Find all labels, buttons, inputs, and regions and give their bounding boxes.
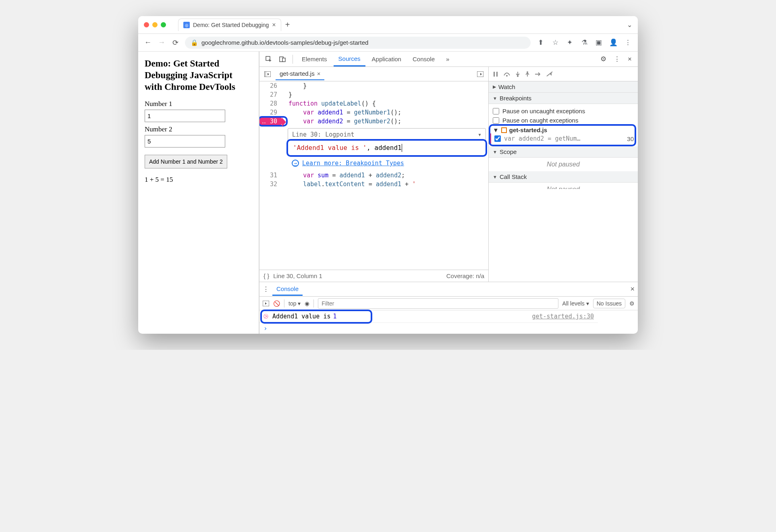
console-message-source[interactable]: get-started.js:30 (532, 313, 594, 320)
learn-more-text: Learn more: Breakpoint Types (302, 160, 404, 167)
gutter[interactable]: 26 (259, 82, 282, 89)
callstack-section[interactable]: ▼Call Stack (489, 171, 638, 183)
gutter[interactable]: 31 (259, 172, 282, 179)
code-area[interactable]: 26 } 27} 28function updateLabel() { 29 v… (259, 81, 488, 270)
bp-line-label: Line 30: (292, 131, 321, 138)
add-button[interactable]: Add Number 1 and Number 2 (145, 155, 227, 168)
number2-input[interactable] (145, 135, 225, 148)
reload-button[interactable]: ⟳ (171, 38, 179, 47)
tab-more[interactable]: » (441, 52, 454, 66)
tab-console[interactable]: Console (408, 52, 440, 66)
gutter[interactable]: 28 (259, 100, 282, 107)
editor-status-bar: { } Line 30, Column 1 Coverage: n/a (259, 270, 488, 282)
logpoint-string: 'Addend1 value is ' (293, 144, 367, 152)
breakpoint-entry[interactable]: var addend2 = getNum… 30 (493, 133, 634, 144)
svg-point-10 (527, 71, 528, 73)
pause-icon[interactable] (493, 71, 498, 77)
bp-type-dropdown-icon[interactable]: ▾ (478, 131, 481, 138)
svg-point-9 (517, 75, 519, 77)
breakpoint-checkbox[interactable] (494, 135, 501, 142)
pretty-print-icon[interactable]: { } (264, 272, 269, 279)
gutter[interactable]: 29 (259, 109, 282, 116)
close-drawer-icon[interactable]: × (630, 285, 635, 293)
more-tabs-icon[interactable] (475, 71, 486, 77)
clear-console-icon[interactable]: 🚫 (273, 300, 280, 307)
context-selector[interactable]: top ▾ (288, 300, 301, 307)
profile-icon[interactable]: 👤 (609, 38, 618, 47)
extensions-icon[interactable]: ✦ (565, 38, 574, 47)
step-into-icon[interactable] (515, 71, 520, 77)
learn-more-link[interactable]: → Learn more: Breakpoint Types (292, 160, 488, 167)
logpoint-marker-icon: ⧁ (264, 313, 268, 320)
console-settings-icon[interactable]: ⚙ (629, 300, 635, 307)
gutter[interactable]: 32 (259, 181, 282, 188)
source-editor: get-started.js × 26 } 27} 28functio (259, 67, 489, 282)
console-message[interactable]: ⧁ Addend1 value is 1 get-started.js:30 (259, 310, 598, 323)
result-text: 1 + 5 = 15 (145, 176, 252, 184)
log-levels-selector[interactable]: All levels ▾ (562, 300, 589, 307)
highlight-ring (259, 116, 288, 127)
logpoint-ident: , addend1 (367, 144, 402, 152)
window-controls (144, 22, 166, 27)
live-expression-icon[interactable]: ◉ (305, 300, 309, 307)
pause-uncaught-checkbox[interactable]: Pause on uncaught exceptions (493, 106, 634, 116)
number1-label: Number 1 (145, 100, 252, 108)
step-out-icon[interactable] (525, 71, 530, 77)
navigator-toggle-icon[interactable] (262, 71, 273, 77)
new-tab-button[interactable]: + (285, 20, 290, 29)
console-prompt[interactable]: › (259, 323, 638, 334)
logpoint-gutter-30[interactable]: ‥30 (259, 118, 282, 125)
breakpoints-section[interactable]: ▼Breakpoints (489, 93, 638, 104)
breakpoint-file[interactable]: ▼ get-started.js (493, 127, 634, 133)
back-button[interactable]: ← (144, 38, 152, 47)
drawer-tab-console[interactable]: Console (272, 283, 303, 296)
tab-close-icon[interactable]: × (272, 21, 276, 29)
breakpoints-body: Pause on uncaught exceptions Pause on ca… (489, 104, 638, 146)
gutter[interactable]: 27 (259, 91, 282, 98)
browser-tab[interactable]: ◎ Demo: Get Started Debugging × (178, 19, 281, 31)
address-bar[interactable]: 🔒 googlechrome.github.io/devtools-sample… (185, 37, 531, 49)
inspect-icon[interactable] (263, 56, 275, 63)
forward-button[interactable]: → (158, 38, 166, 47)
tab-application[interactable]: Application (367, 52, 406, 66)
install-icon[interactable]: ▣ (594, 38, 603, 47)
file-tab-get-started[interactable]: get-started.js × (276, 68, 324, 80)
toolbar: ← → ⟳ 🔒 googlechrome.github.io/devtools-… (138, 34, 638, 52)
tabs-dropdown-icon[interactable]: ⌄ (627, 21, 632, 29)
console-message-value: 1 (333, 313, 337, 320)
svg-point-8 (506, 75, 508, 77)
step-over-icon[interactable] (503, 71, 510, 77)
watch-section[interactable]: ▶Watch (489, 81, 638, 93)
file-tab-close-icon[interactable]: × (317, 70, 321, 77)
deactivate-breakpoints-icon[interactable] (546, 71, 553, 77)
issues-button[interactable]: No Issues (593, 299, 625, 308)
share-icon[interactable]: ⬆ (536, 38, 545, 47)
maximize-window-icon[interactable] (161, 22, 166, 27)
settings-icon[interactable]: ⚙ (598, 55, 609, 63)
bookmark-icon[interactable]: ☆ (551, 38, 560, 47)
browser-window: ◎ Demo: Get Started Debugging × + ⌄ ← → … (138, 16, 638, 334)
logpoint-input[interactable]: 'Addend1 value is ', addend1 (288, 141, 486, 155)
step-icon[interactable] (535, 72, 541, 77)
arrow-right-circle-icon: → (292, 160, 299, 167)
debugger-toolbar (489, 67, 638, 81)
console-filter-input[interactable] (318, 298, 558, 309)
minimize-window-icon[interactable] (152, 22, 158, 27)
drawer-menu-icon[interactable]: ⋮ (263, 285, 269, 293)
titlebar: ◎ Demo: Get Started Debugging × + ⌄ (138, 16, 638, 34)
callstack-not-paused: Not paused (489, 183, 638, 189)
tab-elements[interactable]: Elements (297, 52, 332, 66)
scope-section[interactable]: ▼Scope (489, 146, 638, 158)
labs-icon[interactable]: ⚗ (580, 38, 589, 47)
tab-sources[interactable]: Sources (334, 52, 365, 66)
console-sidebar-toggle-icon[interactable] (263, 301, 269, 306)
kebab-menu-icon[interactable]: ⋮ (611, 55, 623, 63)
number1-input[interactable] (145, 110, 225, 122)
menu-icon[interactable]: ⋮ (623, 38, 632, 47)
pause-caught-checkbox[interactable]: Pause on caught exceptions (493, 116, 634, 125)
page-title: Demo: Get Started Debugging JavaScript w… (145, 58, 252, 93)
close-window-icon[interactable] (144, 22, 149, 27)
close-devtools-icon[interactable]: × (625, 55, 635, 63)
device-toggle-icon[interactable] (276, 56, 288, 63)
breakpoint-editor-header[interactable]: Line 30: Logpoint ▾ (288, 129, 486, 141)
